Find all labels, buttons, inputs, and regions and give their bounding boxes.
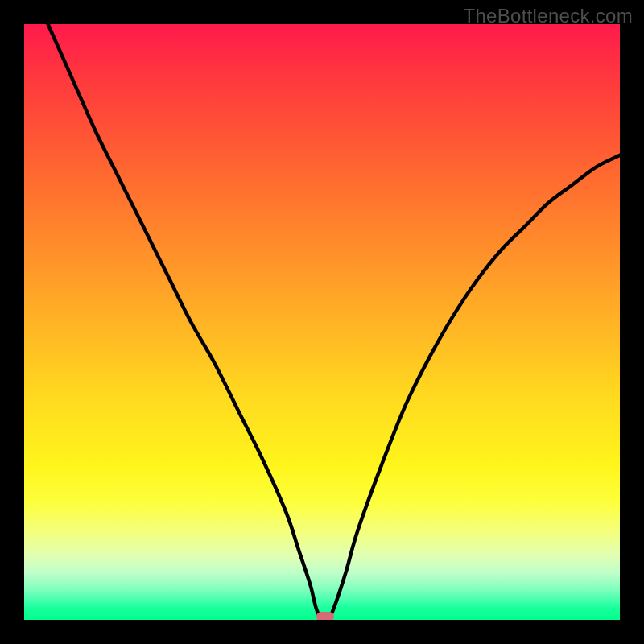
watermark-text: TheBottleneck.com bbox=[463, 5, 633, 27]
plot-area bbox=[24, 24, 620, 620]
chart-frame: TheBottleneck.com bbox=[0, 0, 644, 644]
bottleneck-curve bbox=[24, 24, 620, 620]
optimum-marker bbox=[316, 612, 334, 620]
